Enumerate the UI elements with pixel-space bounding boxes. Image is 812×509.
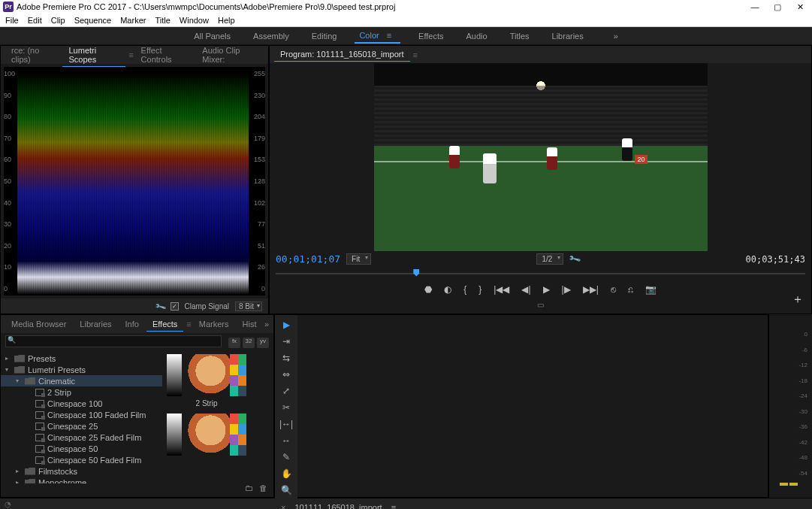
bitdepth-combo[interactable]: 8 Bit▾: [235, 301, 262, 311]
lift-icon[interactable]: ⎋: [611, 284, 616, 295]
add-button-icon[interactable]: ＋: [792, 292, 804, 308]
workspace-libraries[interactable]: Libraries: [548, 29, 588, 43]
close-nest-icon[interactable]: ×: [281, 503, 285, 509]
workspace-effects[interactable]: Effects: [414, 29, 448, 43]
delete-icon[interactable]: 🗑: [259, 483, 267, 497]
track-select-tool-icon[interactable]: ⇥: [282, 336, 290, 347]
marker-add-icon[interactable]: ⬣: [424, 284, 432, 295]
workspace-assembly[interactable]: Assembly: [249, 29, 294, 43]
tree-item[interactable]: ▸Filmstocks: [1, 465, 162, 477]
program-scrubber[interactable]: [276, 268, 805, 279]
program-frame: 20: [374, 63, 708, 251]
filter-fx-icon[interactable]: fx: [228, 338, 240, 348]
tree-item[interactable]: ▸Monochrome: [1, 477, 162, 483]
workspace-color[interactable]: Color≡: [355, 29, 400, 44]
menu-edit[interactable]: Edit: [24, 15, 46, 26]
zoom-combo[interactable]: 1/2: [536, 253, 563, 265]
selection-tool-icon[interactable]: ▶: [283, 320, 290, 330]
panel-menu-icon[interactable]: ≡: [128, 50, 133, 59]
out-bracket-icon[interactable]: }: [478, 284, 481, 295]
safe-margins-icon[interactable]: ▭: [270, 301, 811, 314]
step-back-icon[interactable]: ◀|: [521, 284, 530, 295]
close-button[interactable]: ✕: [795, 2, 804, 12]
rolling-tool-icon[interactable]: ⇔: [282, 369, 290, 380]
tree-item[interactable]: ▾Cinematic: [1, 375, 162, 386]
extract-icon[interactable]: ⎌: [628, 284, 633, 295]
tree-item[interactable]: 2 Strip: [1, 386, 162, 398]
filter-32-icon[interactable]: 32: [243, 338, 255, 348]
tree-item[interactable]: Cinespace 50: [1, 443, 162, 454]
tree-item[interactable]: Cinespace 25: [1, 420, 162, 432]
workspace-all-panels[interactable]: All Panels: [189, 29, 235, 43]
menu-file[interactable]: File: [2, 15, 23, 26]
menu-help[interactable]: Help: [214, 15, 239, 26]
tab-effect-controls[interactable]: Effect Controls: [135, 44, 195, 66]
slide-tool-icon[interactable]: ↔: [282, 435, 291, 446]
fit-combo[interactable]: Fit: [346, 253, 371, 265]
play-icon[interactable]: ▶: [543, 284, 550, 295]
program-current-tc[interactable]: 00;01;01;07: [276, 253, 340, 265]
tab-rce-no-clips-[interactable]: rce: (no clips): [5, 44, 61, 66]
rate-stretch-tool-icon[interactable]: ⤢: [282, 386, 290, 396]
search-input[interactable]: [5, 335, 222, 347]
panel-menu-icon[interactable]: ≡: [186, 320, 191, 329]
tab-effects[interactable]: Effects: [146, 317, 183, 332]
audio-meters: 0-6-12-18-24-30-36-42-48-54: [768, 314, 812, 498]
tab-hist[interactable]: Hist: [237, 317, 263, 331]
workspace-overflow-icon[interactable]: »: [609, 29, 623, 43]
minimize-button[interactable]: —: [750, 2, 759, 12]
wrench-icon[interactable]: 🔧: [154, 300, 166, 312]
panel-overflow-icon[interactable]: »: [264, 320, 269, 329]
hand-tool-icon[interactable]: ✋: [281, 468, 292, 479]
tree-item[interactable]: Cinespace 100 Faded Film: [1, 409, 162, 420]
panel-menu-icon[interactable]: ≡: [413, 50, 418, 59]
filter-yv-icon[interactable]: yv: [257, 338, 269, 348]
effects-tree[interactable]: ▸Presets▾Lumetri Presets▾Cinematic2 Stri…: [1, 350, 162, 483]
preset-thumb[interactable]: 2 Strip: [167, 354, 246, 408]
tree-item-label: Cinespace 100 Faded Film: [47, 411, 146, 420]
tab-media-browser[interactable]: Media Browser: [5, 317, 72, 331]
tree-item[interactable]: Cinespace 50 Faded Film: [1, 454, 162, 465]
maximize-button[interactable]: ▢: [773, 2, 782, 12]
menu-window[interactable]: Window: [176, 15, 213, 26]
zoom-tool-icon[interactable]: 🔍: [281, 485, 292, 495]
preset-icon: [35, 456, 44, 464]
menu-marker[interactable]: Marker: [116, 15, 149, 26]
menu-clip[interactable]: Clip: [47, 15, 69, 26]
export-frame-icon[interactable]: 📷: [645, 284, 657, 295]
preset-thumb[interactable]: [167, 414, 246, 456]
razor-tool-icon[interactable]: ✂: [282, 402, 290, 413]
wrench-icon[interactable]: 🔧: [568, 253, 582, 266]
mark-in-icon[interactable]: ◐: [444, 284, 451, 295]
slip-tool-icon[interactable]: |↔|: [279, 419, 293, 429]
workspace-audio[interactable]: Audio: [462, 29, 492, 43]
menu-sequence[interactable]: Sequence: [71, 15, 116, 26]
program-viewer[interactable]: 20: [270, 63, 811, 251]
playhead-icon[interactable]: [413, 269, 419, 277]
tree-item[interactable]: ▾Lumetri Presets: [1, 364, 162, 375]
step-fwd-icon[interactable]: |▶: [562, 284, 571, 295]
tree-item-label: 2 Strip: [47, 388, 71, 397]
tab-libraries[interactable]: Libraries: [74, 317, 117, 331]
tab-audio-clip-mixer-[interactable]: Audio Clip Mixer:: [196, 44, 264, 66]
goto-out-icon[interactable]: ▶▶|: [583, 284, 599, 295]
ripple-tool-icon[interactable]: ⇆: [282, 353, 290, 363]
new-bin-icon[interactable]: 🗀: [245, 483, 253, 497]
in-bracket-icon[interactable]: {: [463, 284, 466, 295]
workspace-editing[interactable]: Editing: [307, 29, 342, 43]
tree-item[interactable]: ▸Presets: [1, 353, 162, 364]
clamp-signal-checkbox[interactable]: ✓: [171, 302, 179, 311]
tab-lumetri-scopes[interactable]: Lumetri Scopes: [62, 44, 125, 67]
pen-tool-icon[interactable]: ✎: [282, 452, 290, 462]
sequence-tab[interactable]: 101111_165018_import: [290, 501, 386, 509]
tree-item[interactable]: Cinespace 100: [1, 398, 162, 409]
tree-item[interactable]: Cinespace 25 Faded Film: [1, 432, 162, 443]
workspace-titles[interactable]: Titles: [506, 29, 534, 43]
menu-title[interactable]: Title: [151, 15, 174, 26]
program-tab[interactable]: Program: 101111_165018_import: [274, 47, 410, 62]
tab-markers[interactable]: Markers: [193, 317, 235, 331]
panel-menu-icon[interactable]: ≡: [391, 503, 396, 509]
tree-item-label: Filmstocks: [38, 467, 77, 476]
tab-info[interactable]: Info: [119, 317, 145, 331]
goto-in-icon[interactable]: |◀◀: [494, 284, 509, 295]
